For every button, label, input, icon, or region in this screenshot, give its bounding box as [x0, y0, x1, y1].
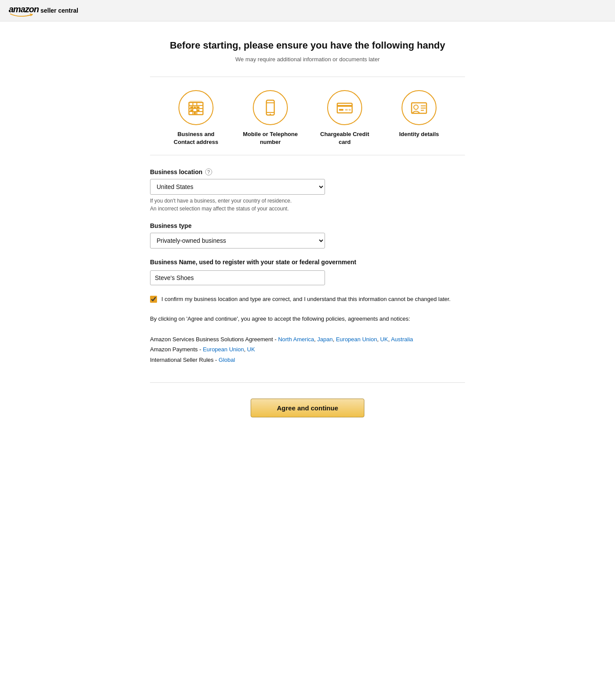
logo-amazon-text: amazon: [9, 4, 38, 14]
business-name-input[interactable]: [150, 270, 325, 285]
business-location-label: Business location ?: [150, 168, 465, 175]
policies-eu-link[interactable]: European Union: [336, 336, 377, 343]
business-type-label: Business type: [150, 222, 465, 229]
svg-rect-12: [194, 111, 196, 115]
page-title: Before starting, please ensure you have …: [150, 39, 465, 52]
svg-rect-6: [190, 101, 202, 103]
id-icon: [410, 99, 428, 116]
svg-rect-11: [197, 109, 199, 111]
form-section: Business location ? United States Canada…: [150, 168, 465, 417]
divider-bottom: [150, 382, 465, 383]
phone-icon: [262, 99, 279, 116]
svg-rect-10: [190, 109, 192, 111]
icon-label-business-address: Business and Contact address: [168, 130, 224, 146]
logo-seller-central-text: seller central: [40, 7, 78, 14]
card-icon: [336, 99, 353, 116]
icons-row: Business and Contact address Mobile or T…: [150, 90, 465, 146]
svg-rect-9: [197, 106, 199, 108]
policies-payments-text: Amazon Payments -: [150, 346, 203, 353]
business-location-select[interactable]: United States Canada United Kingdom Aust…: [150, 179, 325, 195]
main-container: Before starting, please ensure you have …: [141, 21, 474, 444]
confirm-checkbox-label[interactable]: I confirm my business location and type …: [161, 295, 451, 304]
svg-rect-7: [190, 106, 192, 108]
policies-line-1: Amazon Services Business Solutions Agree…: [150, 334, 465, 344]
svg-rect-20: [345, 109, 348, 111]
policies-australia-link[interactable]: Australia: [391, 336, 413, 343]
icon-label-credit-card: Chargeable Credit card: [316, 130, 373, 146]
icon-item-identity: Identity details: [391, 90, 447, 146]
svg-point-16: [270, 113, 271, 115]
svg-rect-8: [194, 106, 196, 108]
page-subheading: We may require additional information or…: [150, 56, 465, 63]
confirm-checkbox-row: I confirm my business location and type …: [150, 295, 465, 304]
id-icon-circle: [402, 90, 437, 125]
policies-seller-rules-text: International Seller Rules -: [150, 357, 219, 363]
policies-uk-link[interactable]: UK: [380, 336, 388, 343]
policies-global-link[interactable]: Global: [219, 357, 235, 363]
policies-north-america-link[interactable]: North America: [278, 336, 314, 343]
policies-line-2: Amazon Payments - European Union, UK: [150, 344, 465, 354]
policies-payments-uk-link[interactable]: UK: [247, 346, 255, 353]
business-location-group: Business location ? United States Canada…: [150, 168, 465, 213]
confirm-checkbox[interactable]: [150, 296, 157, 303]
business-name-group: Business Name, used to register with you…: [150, 258, 465, 285]
building-icon-circle: [178, 90, 213, 125]
svg-rect-19: [339, 109, 343, 111]
policies-japan-link[interactable]: Japan: [317, 336, 332, 343]
policies-payments-eu-link[interactable]: European Union: [203, 346, 244, 353]
svg-rect-21: [349, 109, 351, 111]
svg-rect-17: [337, 103, 352, 113]
phone-icon-circle: [253, 90, 288, 125]
icon-item-business-address: Business and Contact address: [168, 90, 224, 146]
header: amazon seller central: [0, 0, 615, 21]
amazon-logo: amazon seller central: [9, 4, 78, 17]
icon-label-mobile: Mobile or Telephone number: [242, 130, 299, 146]
page-heading: Before starting, please ensure you have …: [150, 39, 465, 52]
divider-middle: [150, 155, 465, 155]
card-icon-circle: [327, 90, 362, 125]
business-location-help-icon[interactable]: ?: [205, 168, 212, 175]
business-type-select[interactable]: Privately-owned business Publicly-owned …: [150, 233, 325, 248]
icon-item-mobile: Mobile or Telephone number: [242, 90, 299, 146]
business-location-hint: If you don't have a business, enter your…: [150, 197, 465, 213]
business-name-label: Business Name, used to register with you…: [150, 258, 465, 267]
agree-continue-button[interactable]: Agree and continue: [251, 399, 364, 417]
policies-intro: By clicking on 'Agree and continue', you…: [150, 314, 465, 324]
building-icon: [187, 99, 205, 116]
svg-point-23: [414, 105, 418, 109]
policies-agreement-text: Amazon Services Business Solutions Agree…: [150, 336, 278, 343]
policies-section: By clicking on 'Agree and continue', you…: [150, 314, 465, 365]
business-type-group: Business type Privately-owned business P…: [150, 222, 465, 248]
icon-label-identity: Identity details: [399, 130, 439, 138]
icon-item-credit-card: Chargeable Credit card: [316, 90, 373, 146]
policies-line-3: International Seller Rules - Global: [150, 355, 465, 365]
divider-top: [150, 77, 465, 77]
